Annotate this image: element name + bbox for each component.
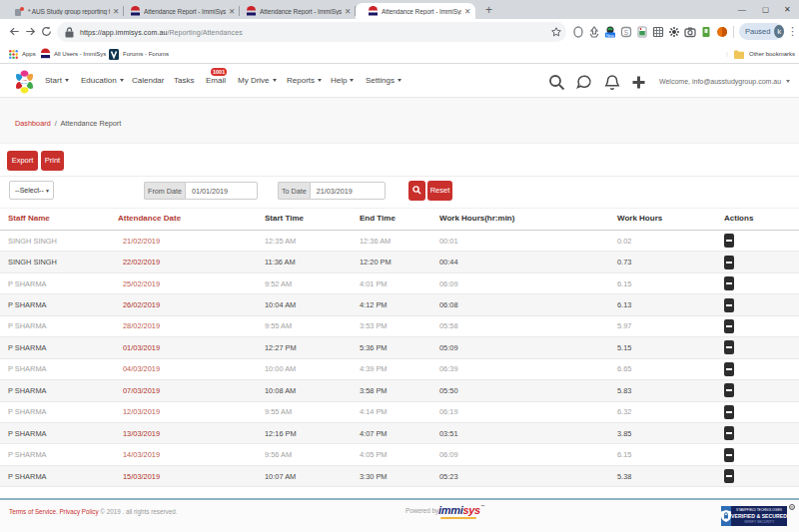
svg-text:New: New xyxy=(606,33,614,38)
svg-text:S: S xyxy=(624,29,629,36)
